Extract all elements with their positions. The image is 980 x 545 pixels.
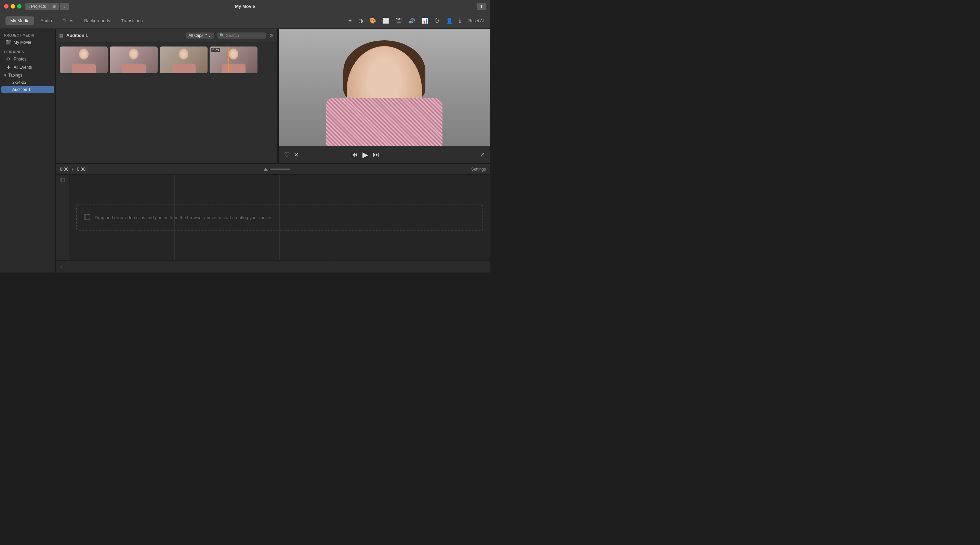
timeline-drop-zone[interactable]: 🎞 Drag and drop video clips and photos f…	[76, 204, 483, 231]
timeline-bottom-bar: ♫	[56, 260, 490, 272]
timeline-settings-button[interactable]: Settings	[471, 167, 486, 172]
clip-2[interactable]	[110, 46, 158, 73]
browser-settings-icon[interactable]: ⚙	[269, 33, 274, 38]
projects-button[interactable]: ‹ Projects	[25, 3, 49, 10]
tab-audio[interactable]: Audio	[35, 16, 56, 25]
sidebar-item-audition[interactable]: Audition 1	[2, 86, 54, 93]
zoom-out-button[interactable]	[264, 168, 268, 171]
timeline-tracks: 🎞 🎞 Drag and drop video clips and photos…	[56, 175, 490, 260]
share-button[interactable]: ⬆	[477, 3, 486, 10]
favorite-button[interactable]: ♡	[284, 151, 290, 159]
film-icon: 🎬	[5, 40, 11, 45]
titlebar-right: ⬆	[477, 3, 486, 10]
play-button[interactable]: ▶	[363, 151, 368, 159]
search-icon: 🔍	[220, 33, 225, 38]
titlebar: ‹ Projects ⊞ ↓ My Movie ⬆	[0, 0, 490, 13]
film-icon: 🎞	[84, 214, 91, 222]
layout-toggle-button[interactable]: ▦	[59, 33, 64, 38]
timeline-area: 0:00 / 0:00 Settings	[56, 163, 490, 272]
all-clips-label: All Clips	[188, 33, 203, 38]
traffic-lights	[4, 4, 22, 8]
info-icon[interactable]: ℹ	[458, 17, 462, 25]
clip-3[interactable]	[160, 46, 208, 73]
current-time: 0:00	[60, 167, 68, 172]
sidebar: PROJECT MEDIA 🎬 My Movie LIBRARIES ⚙ Pho…	[0, 29, 56, 272]
all-events-label: All Events	[14, 65, 32, 70]
minimize-button[interactable]	[11, 4, 15, 8]
window-title: My Movie	[235, 4, 255, 9]
tab-transitions[interactable]: Transitions	[116, 16, 147, 25]
clip-4-duration: 5.2s	[211, 48, 220, 52]
sidebar-item-my-movie[interactable]: 🎬 My Movie	[2, 38, 54, 46]
balance-icon[interactable]: ◑	[357, 17, 364, 25]
search-input[interactable]	[226, 33, 264, 38]
clip-4[interactable]: 5.2s	[210, 46, 258, 73]
grid-view-icon: ⊞	[52, 4, 56, 8]
reject-button[interactable]: ✕	[294, 151, 299, 159]
camera-icon[interactable]: 🎬	[394, 17, 404, 25]
clock-icon[interactable]: ⏱	[433, 17, 441, 25]
browser-title: Audition 1	[66, 33, 88, 38]
all-clips-dropdown[interactable]: All Clips ⌃⌄	[186, 32, 214, 39]
project-media-label: PROJECT MEDIA	[0, 32, 56, 38]
skip-forward-button[interactable]: ⏭	[373, 151, 379, 158]
tab-backgrounds[interactable]: Backgrounds	[80, 16, 115, 25]
reset-all-button[interactable]: Reset All	[468, 19, 485, 23]
search-box: 🔍	[217, 32, 266, 39]
browser-header: ▦ Audition 1 All Clips ⌃⌄ 🔍 ⚙	[56, 29, 277, 42]
timeline-left-gutter: 🎞	[56, 175, 69, 260]
plus-icon: ✚	[5, 65, 11, 70]
projects-label: Projects	[31, 4, 46, 9]
preview-video-inner	[279, 29, 490, 146]
close-button[interactable]	[4, 4, 8, 8]
film-strip-icon: 🎞	[60, 178, 65, 183]
magic-wand-icon[interactable]: ✦	[346, 17, 353, 25]
content-area: ▦ Audition 1 All Clips ⌃⌄ 🔍 ⚙	[56, 29, 490, 272]
tab-my-media[interactable]: My Media	[5, 16, 34, 25]
chevron-left-icon: ‹	[29, 4, 30, 9]
fullscreen-button[interactable]: ⤢	[480, 151, 485, 158]
time-separator: /	[72, 166, 73, 172]
zoom-slider[interactable]	[270, 168, 290, 170]
import-export-buttons[interactable]: ⊞	[49, 3, 59, 10]
clip-grid: 5.2s	[56, 42, 277, 163]
preview-controls: ♡ ✕ ⏮ ▶ ⏭ ⤢	[279, 146, 490, 163]
preview-panel: ♡ ✕ ⏮ ▶ ⏭ ⤢	[279, 29, 490, 163]
total-time: 0:00	[77, 167, 86, 172]
tapings-group[interactable]: ▾ Tapings	[0, 72, 56, 79]
drop-zone-text: Drag and drop video clips and photos fro…	[95, 215, 272, 220]
main-layout: PROJECT MEDIA 🎬 My Movie LIBRARIES ⚙ Pho…	[0, 29, 490, 272]
sidebar-item-photos[interactable]: ⚙ Photos	[2, 55, 54, 63]
preview-transport: ⏮ ▶ ⏭	[352, 151, 379, 159]
tab-titles[interactable]: Titles	[58, 16, 78, 25]
volume-icon[interactable]: 🔊	[407, 17, 417, 25]
skip-back-button[interactable]: ⏮	[352, 151, 358, 158]
timeline-header: 0:00 / 0:00 Settings	[56, 164, 490, 175]
preview-video	[279, 29, 490, 146]
browser-panel: ▦ Audition 1 All Clips ⌃⌄ 🔍 ⚙	[56, 29, 277, 163]
person-icon[interactable]: 👤	[444, 17, 454, 25]
sidebar-item-all-events[interactable]: ✚ All Events	[2, 63, 54, 71]
browser-preview-split: ▦ Audition 1 All Clips ⌃⌄ 🔍 ⚙	[56, 29, 490, 163]
toolbar-icons: ✦ ◑ 🎨 ⬜ 🎬 🔊 📊 ⏱ 👤 ℹ Reset All	[346, 17, 485, 25]
timeline-main[interactable]: 🎞 Drag and drop video clips and photos f…	[69, 175, 490, 260]
photos-icon: ⚙	[5, 56, 11, 62]
toolbar: My Media Audio Titles Backgrounds Transi…	[0, 13, 490, 29]
maximize-button[interactable]	[17, 4, 22, 8]
music-note-icon: ♫	[60, 264, 64, 269]
all-clips-chevron-icon: ⌃⌄	[204, 33, 211, 38]
crop-icon[interactable]: ⬜	[381, 17, 390, 25]
libraries-label: LIBRARIES	[0, 49, 56, 55]
photos-label: Photos	[14, 57, 26, 62]
tapings-label: Tapings	[8, 73, 22, 78]
sidebar-item-date[interactable]: 2-14-22	[0, 79, 56, 86]
my-movie-label: My Movie	[14, 40, 31, 45]
nav-back-button[interactable]: ↓	[60, 3, 69, 10]
chevron-down-icon: ▾	[4, 73, 6, 78]
clip-1[interactable]	[60, 46, 108, 73]
color-palette-icon[interactable]: 🎨	[368, 17, 377, 25]
chart-icon[interactable]: 📊	[420, 17, 430, 25]
